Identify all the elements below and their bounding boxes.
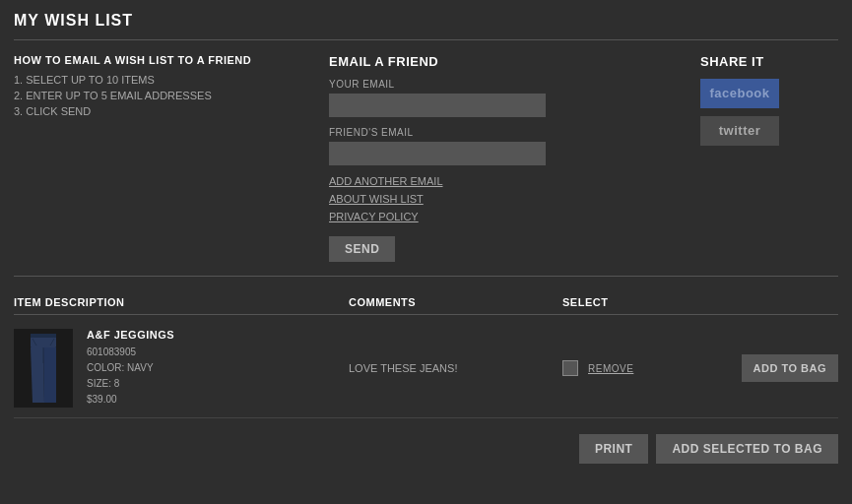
add-another-email-link[interactable]: ADD ANOTHER EMAIL <box>329 175 443 187</box>
email-friend-heading: EMAIL A FRIEND <box>329 54 681 69</box>
facebook-button[interactable]: facebook <box>700 79 779 108</box>
col-actions-header <box>661 296 838 308</box>
items-section: ITEM DESCRIPTION COMMENTS SELECT <box>14 290 838 418</box>
footer-section: PRINT ADD SELECTED TO BAG <box>14 434 838 464</box>
how-to-section: HOW TO EMAIL A WISH LIST TO A FRIEND 1. … <box>14 54 329 262</box>
about-wish-list-link[interactable]: ABOUT WISH LIST <box>329 193 424 205</box>
twitter-button[interactable]: twitter <box>700 116 779 146</box>
top-section: HOW TO EMAIL A WISH LIST TO A FRIEND 1. … <box>14 54 838 277</box>
item-color: COLOR: NAVY <box>87 360 349 376</box>
item-actions-cell: ADD TO BAG <box>661 354 838 382</box>
item-select-checkbox[interactable] <box>562 360 578 376</box>
add-selected-to-bag-button[interactable]: ADD SELECTED TO BAG <box>656 434 838 464</box>
item-comments-cell: LOVE THESE JEANS! <box>349 362 562 374</box>
email-friend-section: EMAIL A FRIEND YOUR EMAIL FRIEND'S EMAIL… <box>329 54 700 262</box>
item-description-cell: A&F JEGGINGS 601083905 COLOR: NAVY SIZE:… <box>14 329 349 408</box>
print-button[interactable]: PRINT <box>579 434 649 464</box>
share-heading: SHARE IT <box>700 54 838 69</box>
col-item-header: ITEM DESCRIPTION <box>14 296 349 308</box>
item-image <box>14 329 73 408</box>
svg-rect-1 <box>31 334 56 338</box>
your-email-input[interactable] <box>329 94 546 117</box>
col-select-header: SELECT <box>562 296 661 308</box>
page-title: MY WISH LIST <box>14 12 838 40</box>
table-row: A&F JEGGINGS 601083905 COLOR: NAVY SIZE:… <box>14 319 838 418</box>
privacy-policy-link[interactable]: PRIVACY POLICY <box>329 211 419 222</box>
how-to-step-2: 2. ENTER UP TO 5 EMAIL ADDRESSES <box>14 90 309 101</box>
col-comments-header: COMMENTS <box>349 296 562 308</box>
friends-email-input[interactable] <box>329 142 546 165</box>
add-to-bag-button[interactable]: ADD TO BAG <box>742 354 838 382</box>
item-price: $39.00 <box>87 392 349 408</box>
how-to-steps: 1. SELECT UP TO 10 ITEMS 2. ENTER UP TO … <box>14 74 309 117</box>
share-section: SHARE IT facebook twitter <box>700 54 838 262</box>
your-email-label: YOUR EMAIL <box>329 79 681 90</box>
page-container: MY WISH LIST HOW TO EMAIL A WISH LIST TO… <box>0 0 852 504</box>
friends-email-label: FRIEND'S EMAIL <box>329 127 681 138</box>
item-name: A&F JEGGINGS <box>87 329 349 341</box>
how-to-step-3: 3. CLICK SEND <box>14 105 309 117</box>
how-to-step-1: 1. SELECT UP TO 10 ITEMS <box>14 74 309 86</box>
item-select-cell: REMOVE <box>562 360 661 376</box>
send-button[interactable]: SEND <box>329 236 395 262</box>
item-comment: LOVE THESE JEANS! <box>349 362 457 374</box>
item-size: SIZE: 8 <box>87 376 349 392</box>
jeans-icon <box>25 334 62 403</box>
items-table-header: ITEM DESCRIPTION COMMENTS SELECT <box>14 290 838 315</box>
item-sku: 601083905 <box>87 345 349 360</box>
remove-button[interactable]: REMOVE <box>588 363 633 374</box>
how-to-heading: HOW TO EMAIL A WISH LIST TO A FRIEND <box>14 54 309 66</box>
item-details: A&F JEGGINGS 601083905 COLOR: NAVY SIZE:… <box>87 329 349 408</box>
